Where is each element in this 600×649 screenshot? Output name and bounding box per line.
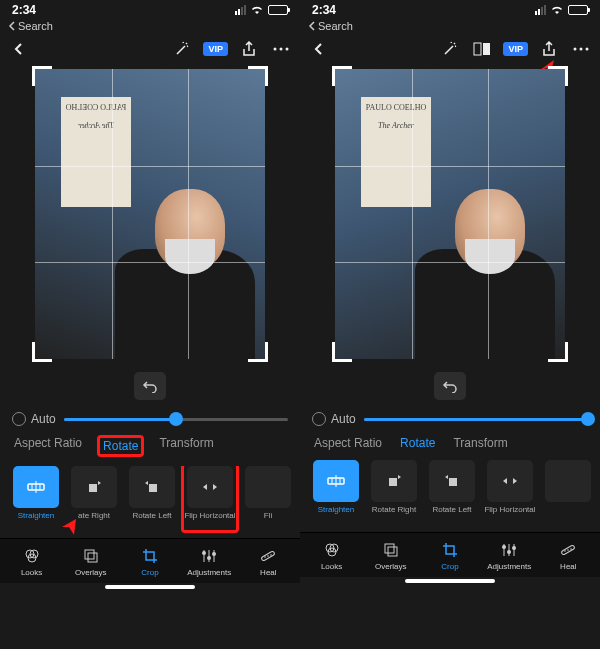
nav-overlays[interactable]: Overlays — [364, 541, 418, 571]
tab-rotate[interactable]: Rotate — [400, 436, 435, 450]
rotate-left-icon — [143, 478, 161, 496]
magic-wand-icon[interactable] — [171, 38, 193, 60]
back-to-search[interactable]: Search — [300, 20, 600, 34]
wifi-icon — [550, 5, 564, 15]
battery-icon — [568, 5, 588, 15]
magic-wand-icon[interactable] — [439, 38, 461, 60]
crop-icon — [141, 547, 159, 565]
svg-point-20 — [574, 48, 577, 51]
nav-overlays[interactable]: Overlays — [64, 547, 118, 577]
action-flip-vertical-cut[interactable]: Fli — [242, 466, 294, 530]
back-button[interactable] — [308, 38, 330, 60]
svg-point-37 — [571, 548, 573, 550]
status-bar: 2:34 — [300, 0, 600, 20]
undo-icon — [442, 379, 458, 393]
book-title: The Archer — [363, 121, 429, 131]
rotate-actions: Straighten Rotate Right Rotate Left Flip… — [300, 460, 600, 532]
share-icon[interactable] — [238, 38, 260, 60]
tab-transform[interactable]: Transform — [453, 436, 507, 450]
home-indicator[interactable] — [105, 585, 195, 589]
top-toolbar: VIP — [0, 34, 300, 64]
slider-row: Auto — [300, 406, 600, 436]
action-straighten[interactable]: Straighten — [310, 460, 362, 524]
battery-icon — [268, 5, 288, 15]
vip-badge[interactable]: VIP — [203, 42, 228, 56]
action-rotate-right[interactable]: Rotate Right — [368, 460, 420, 524]
tab-aspect-ratio[interactable]: Aspect Ratio — [314, 436, 382, 450]
nav-crop[interactable]: Crop — [423, 541, 477, 571]
rotate-left-icon — [443, 472, 461, 490]
svg-point-2 — [286, 48, 289, 51]
svg-point-13 — [212, 552, 216, 556]
action-flip-vertical-cut[interactable] — [542, 460, 594, 524]
auto-label: Auto — [31, 412, 56, 426]
svg-rect-18 — [474, 43, 481, 55]
overlays-icon — [382, 541, 400, 559]
undo-icon — [142, 379, 158, 393]
straighten-slider[interactable] — [64, 418, 288, 421]
svg-point-32 — [507, 550, 511, 554]
nav-crop[interactable]: Crop — [123, 547, 177, 577]
action-rotate-left[interactable]: Rotate Left — [426, 460, 478, 524]
crop-frame[interactable]: PAULO COELHO The Archer — [335, 69, 565, 359]
looks-icon — [23, 547, 41, 565]
more-icon[interactable] — [270, 38, 292, 60]
svg-rect-29 — [385, 544, 394, 553]
bottom-nav: Looks Overlays Crop Adjustments Heal — [0, 538, 300, 583]
svg-rect-5 — [149, 484, 157, 492]
more-icon[interactable] — [570, 38, 592, 60]
svg-rect-19 — [483, 43, 490, 55]
auto-toggle[interactable]: Auto — [12, 412, 56, 426]
nav-looks[interactable]: Looks — [5, 547, 59, 577]
tab-rotate[interactable]: Rotate — [97, 435, 144, 457]
svg-point-1 — [280, 48, 283, 51]
crop-handle-br[interactable] — [248, 342, 268, 362]
status-indicators — [535, 5, 588, 15]
adjustments-icon — [200, 547, 218, 565]
crop-handle-bl[interactable] — [332, 342, 352, 362]
svg-point-17 — [271, 554, 273, 556]
auto-toggle[interactable]: Auto — [312, 412, 356, 426]
undo-button[interactable] — [434, 372, 466, 400]
action-straighten[interactable]: Straighten — [10, 466, 62, 530]
photo: PAULO COELHO The Archer — [335, 69, 565, 359]
svg-rect-9 — [85, 550, 94, 559]
tab-transform[interactable]: Transform — [159, 436, 213, 456]
nav-heal[interactable]: Heal — [541, 541, 595, 571]
rotate-right-icon — [85, 478, 103, 496]
action-rotate-left[interactable]: Rotate Left — [126, 466, 178, 530]
nav-heal[interactable]: Heal — [241, 547, 295, 577]
straighten-icon — [25, 478, 47, 496]
back-to-search[interactable]: Search — [0, 20, 300, 34]
svg-rect-30 — [388, 547, 397, 556]
right-screenshot: 2:34 Search VIP PAULO COELHO The Archer — [300, 0, 600, 649]
action-flip-horizontal[interactable]: Flip Horizontal — [484, 460, 536, 524]
svg-point-12 — [207, 556, 211, 560]
crop-handle-tr[interactable] — [248, 66, 268, 86]
straighten-slider[interactable] — [364, 418, 588, 421]
nav-adjustments[interactable]: Adjustments — [482, 541, 536, 571]
svg-point-11 — [202, 551, 206, 555]
nav-adjustments[interactable]: Adjustments — [182, 547, 236, 577]
crop-handle-tl[interactable] — [332, 66, 352, 86]
tab-aspect-ratio[interactable]: Aspect Ratio — [14, 436, 82, 456]
crop-handle-tr[interactable] — [548, 66, 568, 86]
action-flip-horizontal[interactable]: Flip Horizontal — [184, 466, 236, 530]
back-label: Search — [18, 20, 53, 32]
left-screenshot: 2:34 Search VIP PAULO COELHO The Archer — [0, 0, 300, 649]
action-rotate-right[interactable]: ate Right — [68, 466, 120, 530]
share-icon[interactable] — [538, 38, 560, 60]
undo-button[interactable] — [134, 372, 166, 400]
crop-frame[interactable]: PAULO COELHO The Archer — [35, 69, 265, 359]
back-button[interactable] — [8, 38, 30, 60]
crop-handle-bl[interactable] — [32, 342, 52, 362]
compare-icon[interactable] — [471, 38, 493, 60]
nav-looks[interactable]: Looks — [305, 541, 359, 571]
crop-handle-tl[interactable] — [32, 66, 52, 86]
vip-badge[interactable]: VIP — [503, 42, 528, 56]
svg-point-21 — [580, 48, 583, 51]
svg-rect-10 — [88, 553, 97, 562]
home-indicator[interactable] — [405, 579, 495, 583]
crop-handle-br[interactable] — [548, 342, 568, 362]
chevron-left-icon — [8, 21, 16, 31]
